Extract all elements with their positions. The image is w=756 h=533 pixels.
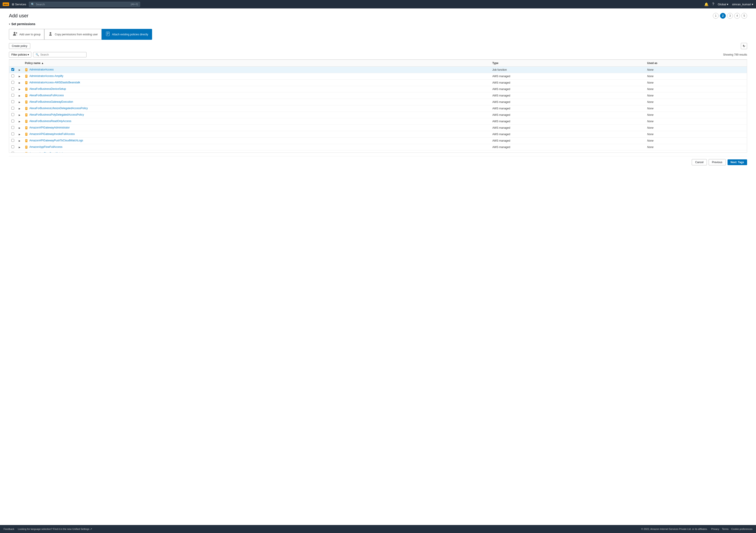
policy-checkbox[interactable] (11, 100, 14, 103)
services-menu[interactable]: ⊞ Services (12, 3, 26, 6)
policy-checkbox[interactable] (11, 146, 14, 148)
policy-checkbox[interactable] (11, 126, 14, 129)
svg-rect-27 (25, 101, 27, 104)
policy-name-link[interactable]: AdministratorAccess-AWSElasticBeanstalk (29, 81, 80, 84)
filter-policies-button[interactable]: Filter policies ▾ (9, 52, 31, 58)
cancel-button[interactable]: Cancel (692, 159, 707, 165)
policy-checkbox[interactable] (11, 74, 14, 77)
expand-arrow-icon[interactable]: ▶ (19, 152, 20, 153)
table-row: ▶ AmazonAPIGatewayAdministratorAWS manag… (9, 125, 747, 131)
policy-used-as-cell: None (645, 105, 747, 112)
svg-rect-56 (26, 146, 27, 147)
create-policy-button[interactable]: Create policy (9, 43, 30, 49)
policy-name-link[interactable]: AlexaForBusinessLifesizeDelegatedAccessP… (29, 107, 88, 110)
policy-name-link[interactable]: AlexaForBusinessReadOnlyAccess (29, 120, 71, 123)
svg-rect-26 (26, 96, 27, 96)
expand-arrow-icon[interactable]: ▶ (19, 94, 20, 97)
policy-name-link[interactable]: AmazonAPIGatewayPushToCloudWatchLogs (29, 139, 83, 142)
expand-arrow-icon[interactable]: ▶ (19, 82, 20, 84)
expand-arrow-icon[interactable]: ▶ (19, 101, 20, 103)
policy-checkbox[interactable] (11, 120, 14, 122)
expand-arrow-icon[interactable]: ▶ (19, 146, 20, 148)
policy-checkbox[interactable] (11, 87, 14, 90)
expand-arrow-icon[interactable]: ▶ (19, 127, 20, 129)
expand-arrow-icon[interactable]: ▶ (19, 133, 20, 136)
expand-arrow-icon[interactable]: ▶ (19, 75, 20, 78)
svg-rect-47 (25, 133, 27, 136)
svg-rect-13 (26, 76, 27, 76)
policy-name-link[interactable]: AlexaForBusinessGatewayExecution (29, 100, 73, 103)
policy-name-link[interactable]: AlexaForBusinessFullAccess (29, 94, 64, 97)
refresh-button[interactable]: ↻ (741, 43, 747, 49)
policy-name-link[interactable]: AmazonAPIGatewayInvokeFullAccess (29, 132, 75, 136)
step-5[interactable]: 5 (741, 13, 747, 19)
expand-arrow-icon[interactable]: ▶ (19, 88, 20, 91)
policy-icon (25, 74, 28, 78)
policy-checkbox[interactable] (11, 81, 14, 84)
global-region[interactable]: Global ▾ (718, 3, 728, 6)
tab-attach-policies[interactable]: Attach existing policies directly (102, 29, 152, 40)
svg-rect-41 (26, 121, 27, 121)
policy-checkbox[interactable] (11, 107, 14, 110)
policy-name-link[interactable]: AdministratorAccess-Amplify (29, 74, 63, 78)
policy-name-link[interactable]: AdministratorAccess (29, 68, 54, 71)
row-checkbox-cell (9, 118, 16, 125)
policy-search-input[interactable] (40, 53, 84, 56)
tab-copy-permissions[interactable]: Copy permissions from existing user (44, 29, 101, 40)
expand-arrow-icon[interactable]: ▶ (19, 120, 20, 123)
section-title: Set permissions (11, 22, 35, 26)
col-header-used-as[interactable]: Used as (645, 60, 747, 67)
policy-checkbox[interactable] (11, 94, 14, 97)
col-header-name[interactable]: Policy name ▲ (23, 60, 490, 67)
policy-checkbox[interactable] (11, 132, 14, 135)
step-4[interactable]: 4 (734, 13, 740, 19)
feedback-link[interactable]: Feedback (4, 528, 14, 530)
aws-logo[interactable]: aws (3, 2, 9, 6)
external-link-icon: ↗ (90, 528, 92, 530)
expand-arrow-icon[interactable]: ▶ (19, 114, 20, 116)
policy-type-cell: Job function (490, 67, 645, 73)
previous-button[interactable]: Previous (709, 159, 726, 165)
policy-type-cell: AWS managed (490, 73, 645, 80)
expand-arrow-icon[interactable]: ▶ (19, 140, 20, 142)
expand-arrow-icon[interactable]: ▶ (19, 107, 20, 110)
policy-checkbox[interactable] (11, 152, 14, 153)
privacy-link[interactable]: Privacy (711, 528, 719, 530)
policy-name-link[interactable]: AmazonAPIGatewayAdministrator (29, 126, 69, 129)
policy-search[interactable]: 🔍 (33, 52, 87, 57)
step-3[interactable]: 3 (727, 13, 733, 19)
policy-used-as-cell: None (645, 138, 747, 144)
grid-icon: ⊞ (12, 3, 14, 6)
services-label: Services (15, 3, 26, 6)
table-row: ▶ AlexaForBusinessDeviceSetupAWS managed… (9, 86, 747, 93)
results-count: Showing 789 results (723, 53, 747, 56)
search-input[interactable] (36, 3, 129, 6)
policy-checkbox[interactable] (11, 113, 14, 116)
unified-settings-link[interactable]: Unified Settings (72, 528, 89, 530)
expand-arrow-icon[interactable]: ▶ (19, 69, 20, 71)
top-navigation: aws ⊞ Services 🔍 [Alt+S] 🔔 ? Global ▾ si… (0, 0, 756, 9)
policy-checkbox[interactable] (11, 68, 14, 71)
global-search[interactable]: 🔍 [Alt+S] (29, 2, 140, 7)
policy-name-link[interactable]: AlexaForBusinessPolyDelegatedAccessPolic… (29, 113, 84, 116)
row-checkbox-cell (9, 86, 16, 93)
svg-rect-43 (25, 126, 27, 129)
terms-link[interactable]: Terms (722, 528, 729, 530)
col-header-type[interactable]: Type (490, 60, 645, 67)
policy-type-cell: AWS managed (490, 112, 645, 118)
policy-name-link[interactable]: AmazonAppFlowReadOnlyAccess (29, 152, 70, 153)
tab-add-user-to-group[interactable]: Add user to group (9, 29, 44, 40)
filter-label: Filter policies ▾ (11, 53, 29, 56)
bell-icon[interactable]: 🔔 (704, 2, 709, 7)
cookie-link[interactable]: Cookie preferences (731, 528, 752, 530)
policy-used-as-cell: None (645, 112, 747, 118)
policy-name-link[interactable]: AmazonAppFlowFullAccess (29, 146, 63, 148)
policy-name-link[interactable]: AlexaForBusinessDeviceSetup (29, 87, 66, 91)
policy-checkbox[interactable] (11, 139, 14, 142)
step-1[interactable]: 1 (713, 13, 719, 19)
step-2[interactable]: 2 (720, 13, 726, 19)
help-icon[interactable]: ? (712, 2, 714, 6)
user-menu[interactable]: simran_kumari ▾ (732, 3, 753, 6)
svg-rect-20 (26, 88, 27, 89)
next-button[interactable]: Next: Tags (728, 159, 747, 165)
